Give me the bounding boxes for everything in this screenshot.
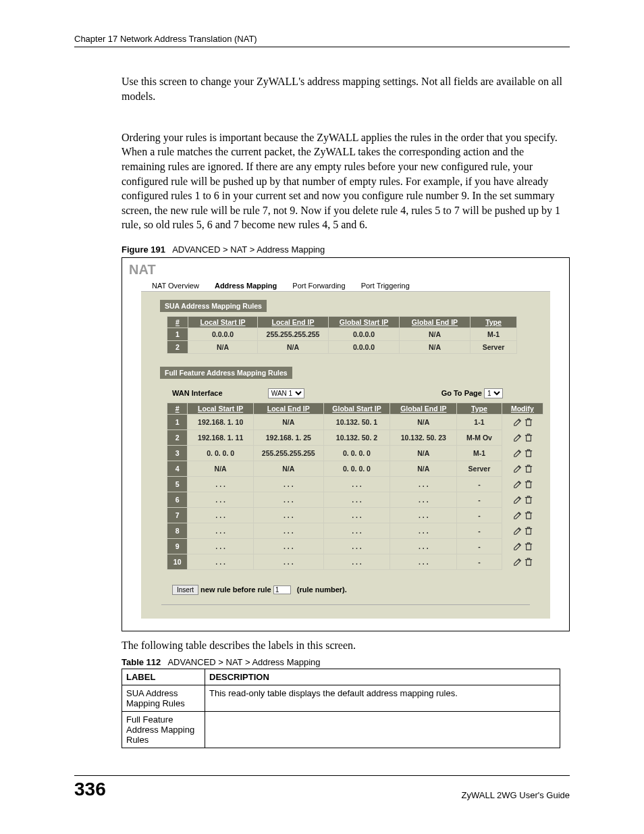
cell-ge: . . . xyxy=(390,523,457,538)
paragraph-ordering: Ordering your rules is important because… xyxy=(122,130,570,232)
cell-gs: . . . xyxy=(323,476,390,492)
cell-type: - xyxy=(457,492,502,507)
cell-type: - xyxy=(457,554,502,569)
desc-head-desc: DESCRIPTION xyxy=(205,669,560,685)
cell-type: - xyxy=(457,538,502,554)
tab-port-forwarding[interactable]: Port Forwarding xyxy=(286,280,352,292)
table-label: Table 112 xyxy=(122,657,161,667)
col-type: Type xyxy=(471,316,517,328)
insert-rule-input[interactable] xyxy=(273,585,291,594)
col-global-start: Global Start IP xyxy=(323,402,390,414)
cell-ls: 0.0.0.0 xyxy=(188,328,258,340)
table-caption: Table 112 ADVANCED > NAT > Address Mappi… xyxy=(122,657,570,667)
sua-table: # Local Start IP Local End IP Global Sta… xyxy=(167,316,517,354)
delete-icon[interactable] xyxy=(525,433,533,441)
cell-num: 4 xyxy=(167,461,188,476)
cell-ge: 10.132. 50. 23 xyxy=(390,429,457,445)
tab-port-triggering[interactable]: Port Triggering xyxy=(354,280,417,292)
cell-gs: . . . xyxy=(323,523,390,538)
cell-le: . . . xyxy=(254,476,324,492)
cell-le: N/A xyxy=(254,461,324,476)
full-row: 5. . .. . .. . .. . .- xyxy=(167,476,543,492)
cell-num: 2 xyxy=(167,429,188,445)
edit-icon[interactable] xyxy=(513,464,522,472)
cell-num: 5 xyxy=(167,476,188,492)
delete-icon[interactable] xyxy=(525,464,533,472)
full-row: 7. . .. . .. . .. . .- xyxy=(167,507,543,523)
description-table: LABEL DESCRIPTION SUA Address Mapping Ru… xyxy=(122,669,560,748)
cell-ls: . . . xyxy=(188,492,254,507)
cell-ls: N/A xyxy=(188,461,254,476)
delete-icon[interactable] xyxy=(525,479,533,488)
cell-le: . . . xyxy=(254,492,324,507)
cell-num: 7 xyxy=(167,507,188,523)
tab-nat-overview[interactable]: NAT Overview xyxy=(145,280,206,292)
goto-select[interactable]: 1 xyxy=(484,388,503,398)
col-num: # xyxy=(167,316,188,328)
chapter-header: Chapter 17 Network Address Translation (… xyxy=(74,34,570,47)
col-global-end: Global End IP xyxy=(400,316,471,328)
cell-gs: . . . xyxy=(323,538,390,554)
edit-icon[interactable] xyxy=(513,526,522,534)
edit-icon[interactable] xyxy=(513,448,522,457)
cell-gs: 0. 0. 0. 0 xyxy=(323,461,390,476)
insert-before-label: new rule before rule xyxy=(200,585,271,594)
cell-modify xyxy=(502,554,543,569)
cell-ge: . . . xyxy=(390,507,457,523)
cell-ge: . . . xyxy=(390,554,457,569)
cell-ls: 192.168. 1. 10 xyxy=(188,414,254,429)
cell-modify xyxy=(502,523,543,538)
cell-num: 2 xyxy=(167,340,188,353)
delete-icon[interactable] xyxy=(525,448,533,457)
cell-ls: 0. 0. 0. 0 xyxy=(188,445,254,461)
col-num: # xyxy=(167,402,188,414)
cell-gs: 10.132. 50. 1 xyxy=(323,414,390,429)
desc-head-label: LABEL xyxy=(122,669,205,685)
full-row: 10. . .. . .. . .. . .- xyxy=(167,554,543,569)
delete-icon[interactable] xyxy=(525,557,533,565)
cell-ge: . . . xyxy=(390,476,457,492)
wan-row: WAN Interface WAN 1 Go To Page 1 xyxy=(172,388,543,398)
cell-ls: 192.168. 1. 11 xyxy=(188,429,254,445)
cell-modify xyxy=(502,461,543,476)
edit-icon[interactable] xyxy=(513,433,522,441)
col-global-start: Global Start IP xyxy=(329,316,400,328)
wan-label: WAN Interface xyxy=(172,389,223,397)
delete-icon[interactable] xyxy=(525,417,533,425)
cell-ge: . . . xyxy=(390,492,457,507)
cell-type: - xyxy=(457,523,502,538)
wan-select[interactable]: WAN 1 xyxy=(268,388,304,398)
edit-icon[interactable] xyxy=(513,479,522,488)
edit-icon[interactable] xyxy=(513,495,522,503)
delete-icon[interactable] xyxy=(525,495,533,503)
desc-text xyxy=(205,711,560,748)
edit-icon[interactable] xyxy=(513,417,522,425)
edit-icon[interactable] xyxy=(513,511,522,519)
cell-ls: . . . xyxy=(188,538,254,554)
cell-num: 3 xyxy=(167,445,188,461)
insert-button[interactable]: Insert xyxy=(172,585,198,595)
paragraph-intro: Use this screen to change your ZyWALL's … xyxy=(122,74,570,103)
delete-icon[interactable] xyxy=(525,511,533,519)
cell-le: . . . xyxy=(254,554,324,569)
desc-text: This read-only table displays the defaul… xyxy=(205,685,560,711)
cell-ge: N/A xyxy=(390,414,457,429)
delete-icon[interactable] xyxy=(525,526,533,534)
cell-ge: N/A xyxy=(400,340,471,353)
delete-icon[interactable] xyxy=(525,542,533,550)
edit-icon[interactable] xyxy=(513,557,522,565)
cell-le: . . . xyxy=(254,507,324,523)
cell-ge: N/A xyxy=(390,445,457,461)
cell-type: M-1 xyxy=(457,445,502,461)
cell-le: . . . xyxy=(254,538,324,554)
cell-type: Server xyxy=(471,340,517,353)
edit-icon[interactable] xyxy=(513,542,522,550)
col-global-end: Global End IP xyxy=(390,402,457,414)
cell-ls: N/A xyxy=(188,340,258,353)
desc-label: Full Feature Address Mapping Rules xyxy=(122,711,205,748)
tab-address-mapping[interactable]: Address Mapping xyxy=(208,280,284,292)
cell-gs: 0. 0. 0. 0 xyxy=(323,445,390,461)
nat-title: NAT xyxy=(129,262,565,278)
cell-num: 10 xyxy=(167,554,188,569)
goto-label: Go To Page xyxy=(441,389,482,397)
